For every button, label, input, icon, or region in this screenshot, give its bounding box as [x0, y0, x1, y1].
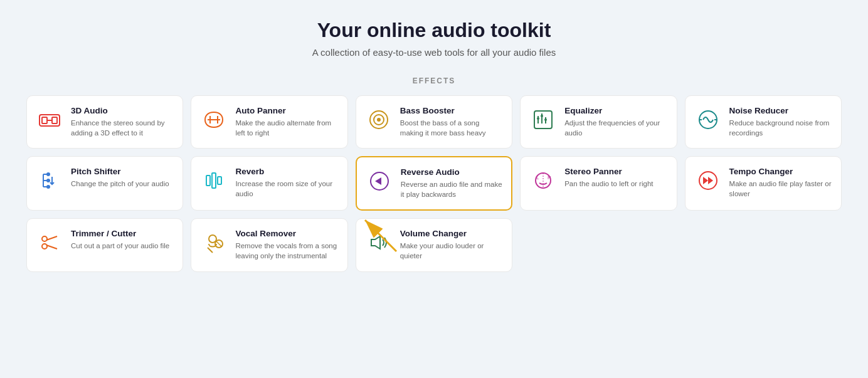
icon-3d-audio [36, 106, 63, 134]
card-title-reverb: Reverb [235, 167, 338, 176]
card-bass-booster[interactable]: Bass Booster Boost the bass of a song ma… [356, 95, 512, 149]
svg-line-34 [46, 245, 57, 249]
icon-bass-booster [365, 106, 393, 134]
card-title-trimmer-cutter: Trimmer / Cutter [71, 229, 169, 238]
card-desc-3d-audio: Enhance the stereo sound by adding a 3D … [71, 118, 174, 138]
card-desc-stereo-panner: Pan the audio to left or right [564, 179, 653, 189]
icon-noise-reducer [694, 106, 722, 134]
card-title-bass-booster: Bass Booster [400, 106, 503, 115]
card-content-equalizer: Equalizer Adjust the frequencies of your… [564, 106, 667, 138]
svg-point-12 [541, 115, 543, 117]
icon-equalizer [529, 106, 557, 134]
svg-marker-39 [371, 236, 380, 249]
svg-point-32 [42, 244, 47, 249]
card-title-equalizer: Equalizer [564, 106, 667, 115]
tools-grid-section: 3D Audio Enhance the stereo sound by add… [26, 95, 842, 272]
card-desc-volume-changer: Make your audio louder or quieter [400, 241, 503, 261]
card-desc-equalizer: Adjust the frequencies of your audio [564, 118, 667, 138]
icon-volume-changer [365, 229, 393, 256]
icon-reverse-audio [366, 167, 393, 195]
svg-point-13 [544, 118, 547, 121]
svg-point-18 [46, 179, 50, 182]
svg-rect-1 [42, 117, 47, 123]
icon-vocal-remover [200, 229, 228, 256]
card-content-stereo-panner: Stereo Panner Pan the audio to left or r… [564, 167, 653, 189]
section-label: EFFECTS [413, 76, 456, 85]
svg-marker-29 [703, 177, 708, 184]
svg-text:L: L [536, 175, 539, 181]
card-desc-reverse-audio: Reverse an audio file and make it play b… [401, 179, 502, 199]
card-reverb[interactable]: Reverb Increase the room size of your au… [191, 156, 347, 211]
card-desc-noise-reducer: Reduce background noise from recordings [729, 118, 832, 138]
card-content-reverse-audio: Reverse Audio Reverse an audio file and … [401, 167, 502, 199]
svg-point-11 [537, 117, 539, 120]
svg-rect-20 [206, 176, 210, 186]
card-content-reverb: Reverb Increase the room size of your au… [235, 167, 338, 199]
icon-pitch-shifter [36, 167, 63, 194]
svg-point-31 [42, 236, 47, 241]
card-equalizer[interactable]: Equalizer Adjust the frequencies of your… [520, 95, 677, 149]
card-trimmer-cutter[interactable]: Trimmer / Cutter Cut out a part of your … [26, 218, 183, 271]
svg-rect-22 [218, 177, 221, 184]
card-3d-audio[interactable]: 3D Audio Enhance the stereo sound by add… [26, 95, 183, 149]
card-reverse-audio[interactable]: Reverse Audio Reverse an audio file and … [356, 156, 512, 211]
card-desc-auto-panner: Make the audio alternate from left to ri… [235, 118, 338, 138]
card-title-noise-reducer: Noise Reducer [729, 106, 832, 115]
card-desc-pitch-shifter: Change the pitch of your audio [71, 179, 169, 189]
card-title-reverse-audio: Reverse Audio [401, 167, 502, 177]
svg-point-19 [46, 185, 50, 189]
card-vocal-remover[interactable]: Vocal Remover Remove the vocals from a s… [191, 218, 347, 271]
card-stereo-panner[interactable]: LR Stereo Panner Pan the audio to left o… [520, 156, 677, 211]
grid-spacer [685, 218, 842, 271]
icon-auto-panner [200, 106, 228, 134]
svg-text:R: R [548, 175, 551, 181]
page-title: Your online audio toolkit [312, 19, 556, 42]
card-content-tempo-changer: Tempo Changer Make an audio file play fa… [729, 167, 832, 199]
card-desc-bass-booster: Boost the bass of a song making it more … [400, 118, 503, 138]
card-title-auto-panner: Auto Panner [235, 106, 338, 115]
svg-line-36 [208, 248, 213, 253]
icon-trimmer-cutter [36, 229, 63, 256]
card-content-noise-reducer: Noise Reducer Reduce background noise fr… [729, 106, 832, 138]
card-desc-vocal-remover: Remove the vocals from a song leaving on… [235, 241, 338, 261]
svg-marker-24 [375, 177, 381, 185]
card-content-pitch-shifter: Pitch Shifter Change the pitch of your a… [71, 167, 169, 189]
svg-line-33 [46, 236, 57, 240]
icon-stereo-panner: LR [529, 167, 557, 194]
svg-line-38 [216, 241, 221, 246]
card-title-stereo-panner: Stereo Panner [564, 167, 653, 176]
card-title-tempo-changer: Tempo Changer [729, 167, 832, 176]
card-content-auto-panner: Auto Panner Make the audio alternate fro… [235, 106, 338, 138]
tools-grid: 3D Audio Enhance the stereo sound by add… [26, 95, 842, 272]
svg-point-6 [377, 118, 381, 122]
icon-reverb [200, 167, 228, 194]
card-content-trimmer-cutter: Trimmer / Cutter Cut out a part of your … [71, 229, 169, 251]
card-title-volume-changer: Volume Changer [400, 229, 503, 238]
svg-marker-30 [708, 177, 713, 184]
card-desc-tempo-changer: Make an audio file play faster or slower [729, 179, 832, 199]
card-content-3d-audio: 3D Audio Enhance the stereo sound by add… [71, 106, 174, 138]
card-content-vocal-remover: Vocal Remover Remove the vocals from a s… [235, 229, 338, 261]
card-content-bass-booster: Bass Booster Boost the bass of a song ma… [400, 106, 503, 138]
svg-rect-2 [52, 117, 57, 123]
card-noise-reducer[interactable]: Noise Reducer Reduce background noise fr… [685, 95, 842, 149]
svg-point-17 [46, 172, 50, 176]
card-content-volume-changer: Volume Changer Make your audio louder or… [400, 229, 503, 261]
card-title-pitch-shifter: Pitch Shifter [71, 167, 169, 176]
page-subtitle: A collection of easy-to-use web tools fo… [312, 47, 556, 58]
card-title-3d-audio: 3D Audio [71, 106, 174, 115]
card-auto-panner[interactable]: Auto Panner Make the audio alternate fro… [191, 95, 347, 149]
card-pitch-shifter[interactable]: Pitch Shifter Change the pitch of your a… [26, 156, 183, 211]
svg-rect-7 [534, 111, 552, 129]
card-volume-changer[interactable]: Volume Changer Make your audio louder or… [356, 218, 512, 271]
card-tempo-changer[interactable]: Tempo Changer Make an audio file play fa… [685, 156, 842, 211]
card-desc-trimmer-cutter: Cut out a part of your audio file [71, 241, 169, 251]
card-desc-reverb: Increase the room size of your audio [235, 179, 338, 199]
grid-spacer [520, 218, 677, 271]
svg-rect-21 [212, 173, 216, 188]
card-title-vocal-remover: Vocal Remover [235, 229, 338, 238]
icon-tempo-changer [694, 167, 722, 194]
page-header: Your online audio toolkit A collection o… [312, 19, 556, 58]
